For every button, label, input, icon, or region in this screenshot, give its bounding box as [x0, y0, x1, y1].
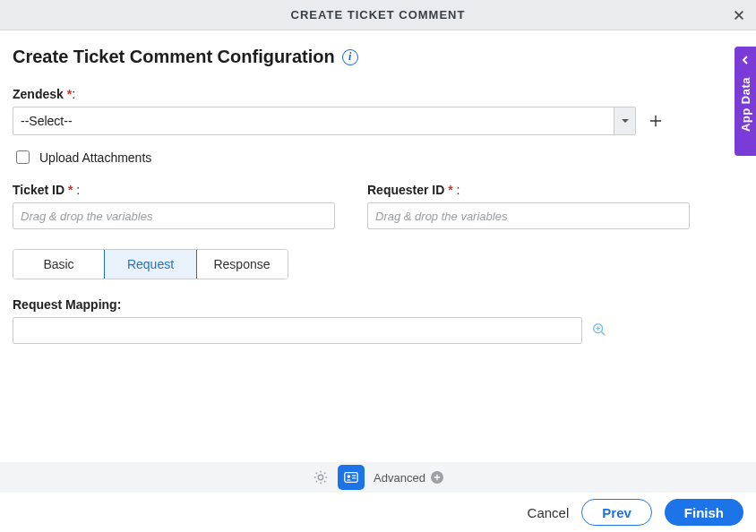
- magnifier-icon: [591, 322, 607, 338]
- finish-button[interactable]: Finish: [665, 499, 743, 526]
- tabstrip: Basic Request Response: [13, 249, 288, 279]
- close-button[interactable]: [729, 5, 749, 25]
- dialog-title: CREATE TICKET COMMENT: [291, 8, 466, 21]
- zendesk-select-toggle[interactable]: [614, 107, 635, 134]
- upload-attachments-label: Upload Attachments: [39, 150, 151, 165]
- plus-icon: [434, 474, 441, 481]
- ticket-id-colon: :: [73, 183, 80, 197]
- tab-response[interactable]: Response: [196, 250, 288, 279]
- advanced-add-button[interactable]: [431, 471, 443, 484]
- app-data-panel-toggle[interactable]: App Data: [735, 47, 756, 156]
- info-icon[interactable]: i: [342, 49, 358, 65]
- request-mapping-label: Request Mapping:: [13, 297, 743, 312]
- app-data-panel-label: App Data: [739, 77, 752, 132]
- settings-button[interactable]: [313, 469, 329, 485]
- titlebar: CREATE TICKET COMMENT: [0, 0, 756, 30]
- cancel-button[interactable]: Cancel: [528, 505, 570, 520]
- zendesk-label: Zendesk: [13, 87, 64, 101]
- footer: Cancel Prev Finish: [0, 493, 756, 532]
- svg-rect-2: [345, 473, 357, 483]
- gear-icon: [313, 469, 329, 485]
- bottom-toolbar: Advanced: [0, 462, 756, 493]
- close-icon: [733, 9, 745, 21]
- tab-request[interactable]: Request: [104, 249, 197, 279]
- chevron-left-icon: [740, 55, 751, 65]
- tab-basic[interactable]: Basic: [13, 250, 105, 279]
- page-title: Create Ticket Comment Configuration: [13, 47, 335, 67]
- zendesk-select-value: --Select--: [13, 114, 614, 128]
- plus-icon: [649, 115, 662, 127]
- chevron-down-icon: [621, 116, 630, 125]
- request-mapping-input[interactable]: [13, 317, 582, 344]
- ticket-id-label: Ticket ID: [13, 183, 64, 197]
- upload-attachments-checkbox[interactable]: [16, 150, 30, 164]
- zendesk-colon: :: [72, 87, 75, 101]
- advanced-label: Advanced: [374, 471, 425, 485]
- identity-card-icon: [343, 469, 359, 485]
- prev-button[interactable]: Prev: [581, 499, 652, 526]
- ticket-id-input[interactable]: [13, 202, 335, 229]
- mapping-zoom-button[interactable]: [591, 322, 607, 340]
- svg-point-1: [318, 475, 322, 479]
- requester-id-label: Requester ID: [367, 183, 444, 197]
- requester-id-colon: :: [453, 183, 460, 197]
- requester-id-input[interactable]: [367, 202, 690, 229]
- svg-point-3: [348, 475, 351, 478]
- zendesk-select[interactable]: --Select--: [13, 107, 636, 135]
- identity-card-button[interactable]: [338, 465, 365, 490]
- add-zendesk-button[interactable]: [645, 110, 666, 132]
